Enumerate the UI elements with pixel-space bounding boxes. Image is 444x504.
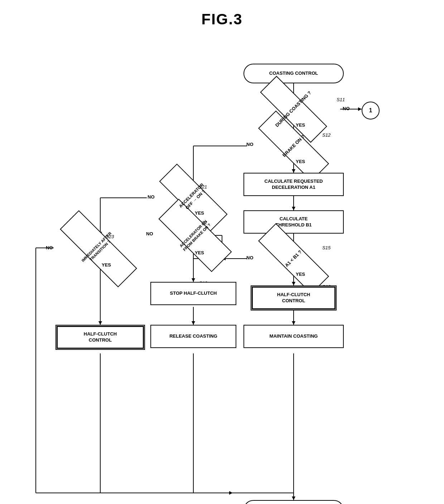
node-accel-from-brake: ACCELERATOR ON FROM BRAKE ON ?: [147, 221, 243, 250]
svg-marker-7: [292, 169, 295, 173]
flowchart-lines: [0, 31, 444, 504]
yes-immediately-after: YES: [102, 262, 111, 268]
node-accel-off-on: ACCELERATOR OFF → ON ?: [147, 185, 240, 210]
no-during-coasting: NO: [343, 106, 350, 111]
svg-marker-33: [98, 321, 102, 325]
page-title: FIG.3: [0, 0, 444, 28]
svg-marker-27: [192, 278, 195, 282]
node-stop-half-clutch: STOP HALF-CLUTCH: [150, 282, 236, 305]
node-immediately-after: IMMEDIATELY AFTER TRANSITION ?: [47, 235, 150, 262]
svg-marker-46: [292, 496, 295, 500]
node-circle-1: 1: [362, 102, 380, 119]
yes-accel-off-on: YES: [195, 210, 204, 216]
yes-accel-from-brake: YES: [195, 250, 204, 255]
yes-a1-lt-b1: YES: [296, 271, 305, 277]
node-brake-on: BRAKE ON ?: [243, 133, 344, 158]
yes-brake-on: YES: [296, 159, 305, 164]
node-coasting-control: COASTING CONTROL: [243, 64, 344, 83]
svg-marker-37: [229, 491, 233, 495]
svg-marker-12: [292, 207, 295, 210]
node-a1-lt-b1: A1 < B1 ?: [243, 246, 344, 271]
node-calc-decel: CALCULATE REQUESTED DECELERATION A1: [243, 173, 344, 196]
node-during-coasting: DURING COASTING ?: [243, 98, 344, 121]
svg-marker-5: [358, 107, 362, 111]
no-a1-lt-b1: NO: [246, 255, 254, 260]
node-half-clutch-ctrl2: HALF-CLUTCH CONTROL: [56, 325, 145, 350]
node-maintain-coasting: MAINTAIN COASTING: [243, 325, 344, 348]
no-immediately-after: NO: [46, 245, 53, 250]
no-brake-on: NO: [246, 142, 254, 147]
node-release-coasting: RELEASE COASTING: [150, 325, 236, 348]
node-end: END: [243, 500, 344, 504]
node-calc-threshold: CALCULATE THRESHOLD B1: [243, 210, 344, 234]
no-accel-off-on: NO: [148, 194, 155, 200]
svg-marker-16: [292, 282, 295, 285]
svg-marker-39: [192, 321, 195, 325]
yes-during-coasting: YES: [296, 122, 305, 128]
svg-marker-20: [292, 321, 295, 325]
node-half-clutch-ctrl1: HALF-CLUTCH CONTROL: [251, 285, 337, 310]
